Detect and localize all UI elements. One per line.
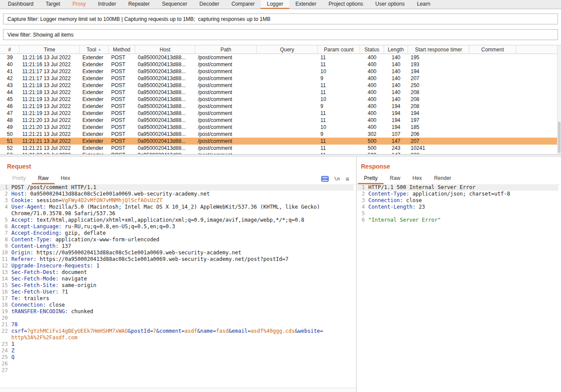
table-row[interactable]: 4411:21:18 13 Jul 2022ExtenderPOST0a9500… bbox=[0, 89, 561, 96]
tab-proxy[interactable]: Proxy bbox=[66, 0, 92, 9]
cell-start-response-timer: 250 bbox=[408, 82, 469, 88]
tab-dashboard[interactable]: Dashboard bbox=[2, 0, 40, 9]
table-row[interactable]: 4911:21:20 13 Jul 2022ExtenderPOST0a9500… bbox=[0, 124, 561, 131]
request-panel: Request PrettyRawHex \n ≡ 1POST /post/co… bbox=[0, 157, 357, 392]
tab-logger[interactable]: Logger bbox=[261, 0, 289, 9]
table-row-selected[interactable]: 5111:21:21 13 Jul 2022ExtenderPOST0a9500… bbox=[0, 138, 561, 145]
column-header-num[interactable]: # bbox=[0, 45, 20, 54]
table-row[interactable]: 4211:21:17 13 Jul 2022ExtenderPOST0a9500… bbox=[0, 75, 561, 82]
table-row[interactable]: 4711:21:19 13 Jul 2022ExtenderPOST0a9500… bbox=[0, 110, 561, 117]
table-vertical-scrollbar[interactable] bbox=[557, 45, 561, 154]
line-content: Content-Length: 23 bbox=[368, 204, 425, 210]
request-tab-hex[interactable]: Hex bbox=[54, 173, 76, 184]
line-number: 21 bbox=[0, 321, 11, 328]
column-header-query[interactable]: Query bbox=[257, 45, 318, 54]
tab-intruder[interactable]: Intruder bbox=[92, 0, 122, 9]
line-number: 6 bbox=[0, 223, 11, 230]
editor-menu-icon[interactable]: ≡ bbox=[346, 176, 349, 182]
request-line-3: 3Cookie: session=VgFWy4D2vMfON7vMNMhjQlS… bbox=[0, 197, 354, 204]
column-label: Query bbox=[280, 47, 294, 53]
tab-extender[interactable]: Extender bbox=[289, 0, 323, 9]
line-number: 3 bbox=[357, 197, 368, 204]
column-header-time[interactable]: Time bbox=[20, 45, 80, 54]
line-content: Accept-Language: ru-RU,ru;q=0.8,en-US;q=… bbox=[11, 223, 175, 230]
capture-filter-bar[interactable]: Capture filter: Logger memory limit set … bbox=[3, 14, 558, 24]
request-tab-raw[interactable]: Raw bbox=[32, 173, 54, 184]
response-tab-raw[interactable]: Raw bbox=[384, 173, 406, 184]
tab-repeater[interactable]: Repeater bbox=[122, 0, 156, 9]
response-tab-render[interactable]: Render bbox=[428, 173, 457, 184]
request-editor[interactable]: 1POST /post/comment HTTP/1.12Host: 0a950… bbox=[0, 184, 354, 387]
table-row[interactable]: 4511:21:19 13 Jul 2022ExtenderPOST0a9500… bbox=[0, 96, 561, 103]
cell-param-count: 11 bbox=[318, 117, 360, 123]
cell-host: 0a9500020413d88... bbox=[135, 124, 195, 130]
line-number: 1 bbox=[357, 184, 368, 191]
cell-start-response-timer: 197 bbox=[408, 117, 469, 123]
cell-method: POST bbox=[109, 145, 135, 151]
cell-time: 11:21:21 13 Jul 2022 bbox=[20, 138, 80, 144]
cell-num: 44 bbox=[0, 89, 20, 95]
table-row[interactable]: 4011:21:16 13 Jul 2022ExtenderPOST0a9500… bbox=[0, 61, 561, 68]
table-row[interactable]: 4811:21:20 13 Jul 2022ExtenderPOST0a9500… bbox=[0, 117, 561, 124]
cell-param-count: 9 bbox=[318, 131, 360, 137]
table-row[interactable]: 4611:21:19 13 Jul 2022ExtenderPOST0a9500… bbox=[0, 103, 561, 110]
tab-project-options[interactable]: Project options bbox=[323, 0, 369, 9]
cell-status: 400 bbox=[360, 82, 384, 88]
column-header-path[interactable]: Path bbox=[195, 45, 257, 54]
line-content: Referer: https://0a9500020413d88ac08c5c1… bbox=[11, 256, 289, 263]
column-header-comment[interactable]: Comment bbox=[469, 45, 516, 54]
column-header-tool[interactable]: Tool▲ bbox=[80, 45, 109, 54]
cell-tool: Extender bbox=[80, 131, 109, 137]
cell-status: 400 bbox=[360, 103, 384, 109]
line-content: Accept-Encoding: gzip, deflate bbox=[11, 230, 106, 237]
column-label: Method bbox=[113, 47, 130, 53]
scrollbar-thumb[interactable] bbox=[558, 122, 561, 153]
tab-sequencer[interactable]: Sequencer bbox=[156, 0, 194, 9]
cell-tool: Extender bbox=[80, 96, 109, 102]
request-line-12: 12Upgrade-Insecure-Requests: 1 bbox=[0, 263, 354, 269]
line-number: 8 bbox=[0, 237, 11, 243]
cell-host: 0a9500020413d88... bbox=[135, 131, 195, 137]
line-number: 9 bbox=[0, 243, 11, 250]
request-horizontal-scrollbar[interactable] bbox=[0, 388, 356, 392]
response-editor-tabs: PrettyRawHexRender bbox=[358, 173, 561, 184]
table-row[interactable]: 4111:21:17 13 Jul 2022ExtenderPOST0a9500… bbox=[0, 68, 561, 75]
table-row[interactable]: 4311:21:18 13 Jul 2022ExtenderPOST0a9500… bbox=[0, 82, 561, 89]
tab-comparer[interactable]: Comparer bbox=[225, 0, 261, 9]
column-header-param-count[interactable]: Param count bbox=[318, 45, 360, 54]
cell-length: 140 bbox=[384, 96, 408, 102]
tab-learn[interactable]: Learn bbox=[411, 0, 436, 9]
response-tab-hex[interactable]: Hex bbox=[406, 173, 428, 184]
response-tab-pretty[interactable]: Pretty bbox=[358, 173, 384, 184]
cell-path: /post/comment bbox=[195, 89, 257, 95]
cell-time: 11:21:19 13 Jul 2022 bbox=[20, 110, 80, 116]
cell-tool: Extender bbox=[80, 89, 109, 95]
cell-start-response-timer: 207 bbox=[408, 75, 469, 81]
view-filter-bar[interactable]: View filter: Showing all items bbox=[3, 29, 558, 40]
tab-decoder[interactable]: Decoder bbox=[194, 0, 225, 9]
column-header-host[interactable]: Host bbox=[135, 45, 195, 54]
table-row[interactable]: 3911:21:16 13 Jul 2022ExtenderPOST0a9500… bbox=[0, 54, 561, 61]
table-row[interactable]: 5011:21:21 13 Jul 2022ExtenderPOST0a9500… bbox=[0, 131, 561, 138]
table-row[interactable]: 5211:21:21 13 Jul 2022ExtenderPOST0a9500… bbox=[0, 145, 561, 152]
column-header-status[interactable]: Status bbox=[360, 45, 384, 54]
request-editor-toolbar: \n ≡ bbox=[321, 173, 349, 184]
response-editor[interactable]: 1HTTP/1.1 500 Internal Server Error2Cont… bbox=[357, 184, 558, 387]
request-line-4: 4User-Agent: Mozilla/5.0 (Macintosh; Int… bbox=[0, 204, 354, 217]
column-header-method[interactable]: Method bbox=[109, 45, 135, 54]
cell-method: POST bbox=[109, 82, 135, 88]
newline-markers-icon[interactable]: \n bbox=[334, 176, 340, 182]
cell-num: 41 bbox=[0, 68, 20, 74]
cell-method: POST bbox=[109, 89, 135, 95]
tab-user-options[interactable]: User options bbox=[369, 0, 411, 9]
line-content: Sec-Fetch-User: ?1 bbox=[11, 289, 68, 295]
column-header-length[interactable]: Length bbox=[384, 45, 408, 54]
tab-target[interactable]: Target bbox=[40, 0, 66, 9]
cell-start-response-timer: 208 bbox=[408, 89, 469, 95]
word-wrap-icon[interactable] bbox=[321, 176, 329, 182]
column-header-start-response-timer[interactable]: Start response timer bbox=[408, 45, 469, 54]
request-line-1: 1POST /post/comment HTTP/1.1 bbox=[0, 184, 354, 191]
request-tab-pretty[interactable]: Pretty bbox=[6, 173, 32, 184]
cell-num: 40 bbox=[0, 61, 20, 68]
line-content: Accept: text/html,application/xhtml+xml,… bbox=[11, 217, 304, 223]
